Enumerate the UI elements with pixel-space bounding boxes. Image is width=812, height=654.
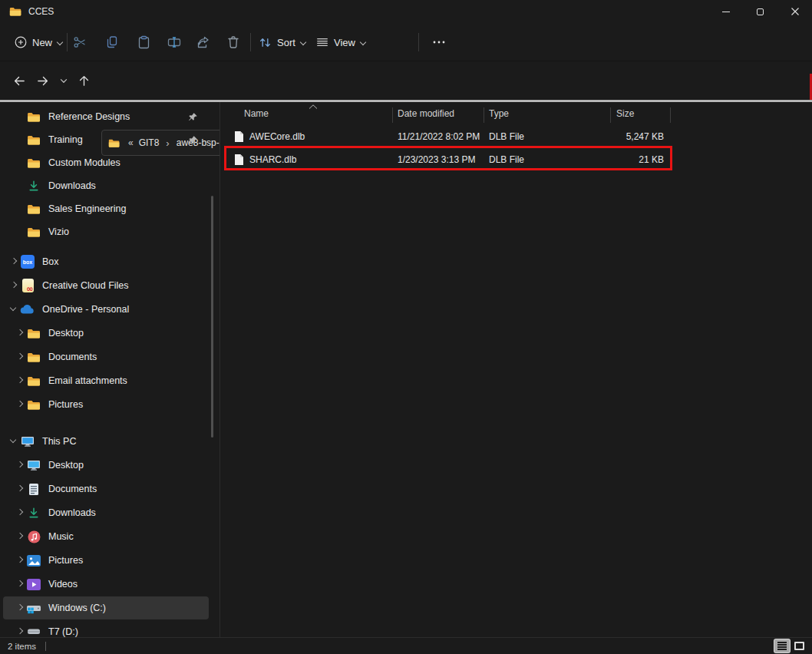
column-header-date-modified[interactable]: Date modified	[398, 108, 454, 119]
sidebar-item-vizio[interactable]: Vizio	[3, 220, 209, 243]
sidebar-item-documents[interactable]: Documents	[3, 477, 209, 500]
column-resize-handle[interactable]	[392, 107, 393, 123]
sort-ascending-icon	[309, 104, 318, 109]
back-button[interactable]	[8, 70, 30, 91]
sidebar-item-label: Sales Engineering	[48, 203, 126, 214]
column-header-size[interactable]: Size	[616, 108, 634, 119]
file-size: 5,247 KB	[602, 131, 664, 142]
cut-button[interactable]	[66, 29, 94, 55]
sidebar-scrollbar[interactable]	[211, 196, 213, 438]
sidebar-item-email-attachments[interactable]: Email attachments	[3, 369, 209, 392]
new-button[interactable]: New	[9, 28, 68, 56]
up-button[interactable]	[73, 70, 94, 91]
sidebar-item-label: Videos	[48, 579, 78, 590]
column-resize-handle[interactable]	[610, 107, 611, 123]
column-resize-handle[interactable]	[670, 107, 671, 123]
status-bar: 2 items	[0, 637, 812, 654]
sidebar-item-videos[interactable]: Videos	[3, 573, 209, 596]
plus-circle-icon	[14, 35, 28, 49]
chevron-right-icon[interactable]	[14, 398, 26, 411]
sidebar-item-label: Windows (C:)	[48, 603, 106, 613]
sidebar-item-label: Desktop	[48, 460, 84, 471]
file-icon	[234, 130, 244, 143]
sidebar-item-reference-designs[interactable]: Reference Designs	[3, 105, 209, 128]
sidebar-item-training[interactable]: Training	[3, 128, 209, 151]
chevron-right-icon[interactable]	[14, 459, 26, 471]
sidebar-item-windows-c[interactable]: Windows (C:)	[3, 596, 209, 619]
minimize-button[interactable]	[708, 0, 743, 23]
large-icons-view-button[interactable]	[791, 639, 807, 652]
folder-icon	[9, 6, 22, 17]
sidebar-item-downloads-pc[interactable]: Downloads	[3, 501, 209, 524]
scissors-icon	[72, 35, 87, 50]
chevron-right-icon[interactable]	[14, 578, 26, 590]
sidebar-item-this-pc[interactable]: This PC	[3, 430, 209, 453]
sidebar-item-onedrive-pictures[interactable]: Pictures	[3, 393, 209, 416]
rename-icon	[167, 35, 182, 50]
chevron-down-icon[interactable]	[8, 435, 20, 448]
rename-button[interactable]	[160, 29, 188, 55]
desktop-monitor-icon	[26, 458, 41, 472]
sidebar-item-label: Documents	[48, 352, 97, 362]
view-button[interactable]: View	[311, 28, 371, 56]
column-header-name[interactable]: Name	[244, 108, 269, 119]
onedrive-cloud-icon	[20, 302, 35, 316]
chevron-right-icon[interactable]	[14, 327, 26, 339]
paste-button[interactable]	[130, 29, 158, 55]
delete-button[interactable]	[220, 29, 247, 55]
windows-drive-icon	[26, 601, 41, 615]
sidebar-item-box[interactable]: Box	[3, 250, 209, 273]
sidebar-item-label: Desktop	[48, 328, 84, 339]
sidebar-item-onedrive-documents[interactable]: Documents	[3, 345, 209, 368]
sidebar-item-onedrive-personal[interactable]: OneDrive - Personal	[3, 298, 209, 321]
more-options-button[interactable]	[425, 29, 453, 55]
chevron-right-icon[interactable]	[8, 279, 20, 292]
chevron-right-icon[interactable]	[14, 602, 26, 614]
close-button[interactable]	[777, 0, 812, 23]
chevron-down-icon	[360, 39, 367, 46]
box-icon	[20, 255, 35, 269]
details-view-button[interactable]	[774, 639, 790, 652]
file-row-awecore[interactable]: AWECore.dlb 11/21/2022 8:02 PM DLB File …	[220, 125, 681, 148]
sidebar-item-pictures[interactable]: Pictures	[3, 549, 209, 572]
chevron-right-icon[interactable]	[14, 626, 26, 637]
chevron-right-icon[interactable]	[14, 507, 26, 519]
chevron-down-icon	[58, 74, 70, 87]
sort-button[interactable]: Sort	[253, 28, 312, 56]
sidebar-item-label: Vizio	[48, 226, 69, 237]
toolbar-divider	[418, 33, 419, 51]
close-icon	[788, 5, 802, 18]
sidebar-item-custom-modules[interactable]: Custom Modules	[3, 151, 209, 174]
music-icon	[26, 530, 41, 543]
sidebar-item-onedrive-desktop[interactable]: Desktop	[3, 322, 209, 345]
chevron-right-icon[interactable]	[14, 375, 26, 387]
column-resize-handle[interactable]	[484, 107, 484, 123]
chevron-right-icon[interactable]	[14, 530, 26, 543]
sidebar-item-t7-d[interactable]: T7 (D:)	[3, 620, 209, 637]
sidebar-item-label: This PC	[42, 436, 76, 447]
recent-locations-button[interactable]	[53, 70, 74, 91]
copy-button[interactable]	[98, 29, 126, 55]
chevron-right-icon[interactable]	[14, 554, 26, 566]
chevron-right-icon[interactable]	[14, 483, 26, 495]
view-button-label: View	[334, 37, 355, 48]
chevron-down-icon[interactable]	[8, 303, 20, 315]
sidebar-item-sales-engineering[interactable]: Sales Engineering	[3, 197, 209, 220]
sidebar-item-creative-cloud-files[interactable]: Creative Cloud Files	[3, 274, 209, 297]
sidebar-item-music[interactable]: Music	[3, 525, 209, 548]
maximize-button[interactable]	[743, 0, 777, 23]
chevron-right-icon[interactable]	[8, 256, 20, 268]
column-header-type[interactable]: Type	[489, 108, 509, 119]
sidebar-item-downloads[interactable]: Downloads	[3, 174, 209, 197]
documents-icon	[26, 482, 41, 496]
sort-button-label: Sort	[277, 37, 295, 48]
annotation-red-box	[224, 146, 672, 170]
share-button[interactable]	[190, 29, 217, 55]
toolbar-divider	[250, 33, 251, 51]
forward-button[interactable]	[31, 70, 53, 91]
sidebar-item-desktop[interactable]: Desktop	[3, 454, 209, 477]
chevron-right-icon[interactable]	[14, 351, 26, 363]
minimize-icon	[722, 12, 730, 12]
file-list-pane: Name Date modified Type Size AWECore.dlb…	[220, 102, 812, 637]
folder-icon	[26, 350, 41, 364]
